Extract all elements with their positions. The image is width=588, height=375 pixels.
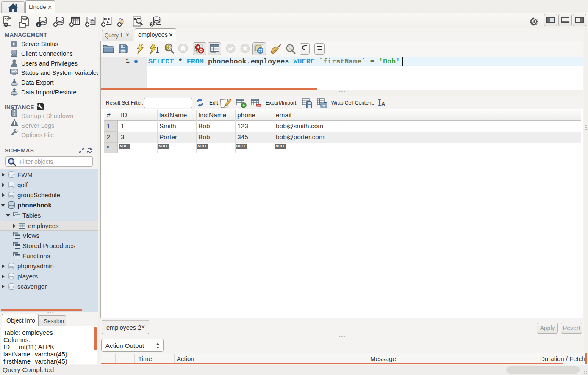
svg-text:A: A	[381, 101, 385, 107]
svg-text:i: i	[38, 22, 39, 27]
svg-text:A: A	[289, 47, 291, 50]
